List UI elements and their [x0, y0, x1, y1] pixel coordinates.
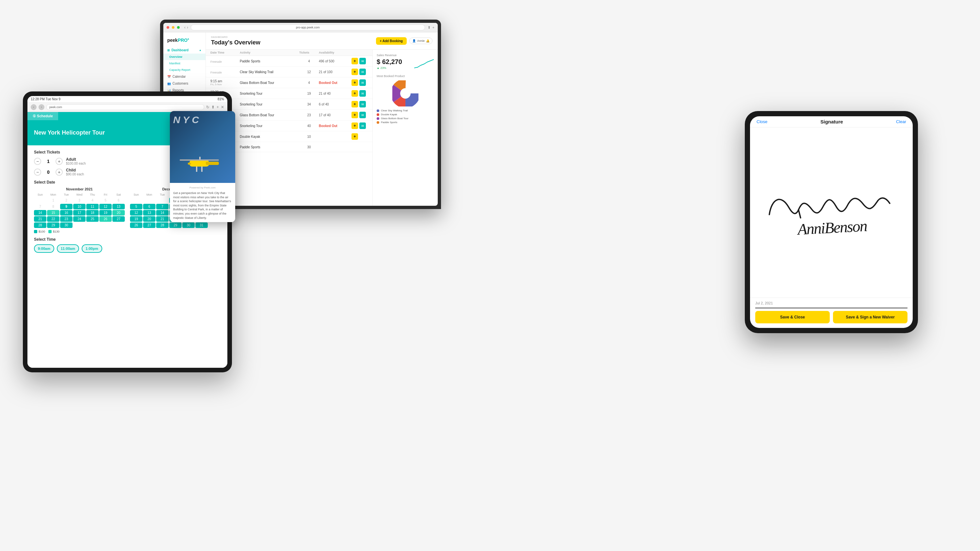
cal-day[interactable]: 26 — [130, 222, 142, 228]
table-row[interactable]: Freesale Clear Sky Walking Trail 12 21 o… — [206, 67, 372, 78]
close-dot[interactable] — [167, 26, 169, 29]
add-booking-button[interactable]: + Add Booking — [376, 37, 407, 45]
cal-day[interactable]: 17 — [73, 210, 86, 216]
message-button[interactable]: ✉ — [360, 112, 366, 118]
add-booking-row-button[interactable]: + — [352, 122, 358, 129]
signature-area[interactable]: AnniBenson — [750, 127, 913, 297]
cal-day[interactable]: 25 — [86, 216, 99, 222]
cal-day[interactable]: 10 — [73, 204, 86, 210]
adult-qty-decrease[interactable]: − — [34, 158, 41, 165]
message-button[interactable]: ✉ — [360, 79, 366, 86]
cal-day[interactable]: 20 — [143, 216, 156, 222]
add-booking-row-button[interactable]: + — [352, 101, 358, 108]
url-bar[interactable]: pro-app.peek.com — [191, 24, 425, 30]
cal-day[interactable]: 2 — [60, 198, 73, 203]
sidebar-item-overview[interactable]: Overview — [163, 54, 205, 60]
add-tab-icon[interactable]: + — [216, 105, 219, 110]
forward-button[interactable]: › — [38, 104, 45, 110]
cal-day[interactable]: 11 — [86, 204, 99, 210]
table-row[interactable]: Freesale Paddle Sports 4 496 of 500 + ✉ — [206, 56, 372, 67]
add-tab-icon[interactable]: + — [433, 25, 434, 29]
sidebar-item-customers[interactable]: 👥 Customers — [163, 80, 205, 87]
share-icon[interactable]: ⬆ — [212, 105, 215, 110]
cal-day[interactable]: 19 — [130, 216, 142, 222]
message-button[interactable]: ✉ — [360, 90, 366, 97]
message-button[interactable]: ✉ — [360, 68, 366, 75]
child-qty-decrease[interactable]: − — [34, 168, 41, 176]
cal-day[interactable]: 13 — [143, 210, 156, 216]
sidebar-item-manifest[interactable]: Manifest — [163, 60, 205, 67]
child-qty-increase[interactable]: + — [56, 168, 63, 176]
cal-day[interactable]: 1 — [47, 198, 59, 203]
cal-day[interactable]: 21 — [156, 216, 169, 222]
message-button[interactable]: ✉ — [360, 122, 366, 129]
share-icon[interactable]: ⬆ — [428, 25, 431, 30]
add-booking-row-button[interactable]: + — [352, 133, 358, 140]
cal-day[interactable]: 30 — [182, 222, 195, 228]
cal-day[interactable]: 6 — [112, 198, 125, 203]
sidebar-item-dashboard[interactable]: ⊞ Dashboard ▲ — [163, 47, 205, 54]
maximize-dot[interactable] — [177, 26, 180, 29]
forward-button[interactable]: › — [187, 25, 188, 30]
cal-day[interactable]: 20 — [112, 210, 125, 216]
cal-day[interactable]: 18 — [86, 210, 99, 216]
add-booking-row-button[interactable]: + — [352, 112, 358, 118]
cal-day[interactable]: 27 — [112, 216, 125, 222]
time-1pm[interactable]: 1:00pm — [82, 244, 102, 253]
url-bar[interactable]: peek.com — [46, 104, 204, 110]
message-button[interactable]: ✉ — [360, 58, 366, 64]
cal-day[interactable]: 5 — [130, 204, 142, 210]
col-tickets: Tickets — [299, 51, 319, 54]
cal-day-today[interactable]: 9 — [60, 204, 73, 210]
cal-day[interactable]: 6 — [143, 204, 156, 210]
cal-day[interactable]: 21 — [34, 216, 46, 222]
cal-day[interactable]: 12 — [99, 204, 112, 210]
cal-day[interactable]: 22 — [47, 216, 59, 222]
close-button[interactable]: Close — [757, 119, 767, 124]
cal-day[interactable]: 26 — [99, 216, 112, 222]
add-booking-row-button[interactable]: + — [352, 79, 358, 86]
cal-day[interactable]: 8 — [47, 204, 59, 210]
sidebar-item-calendar[interactable]: 📅 Calendar — [163, 73, 205, 80]
cal-day[interactable]: 24 — [73, 216, 86, 222]
add-booking-row-button[interactable]: + — [352, 90, 358, 97]
add-booking-row-button[interactable]: + — [352, 68, 358, 75]
time-9am[interactable]: 9:00am — [34, 244, 54, 253]
cal-day[interactable]: 5 — [99, 198, 112, 203]
time-11am[interactable]: 11:00am — [57, 244, 79, 253]
cal-day[interactable]: 28 — [156, 222, 169, 228]
close-icon[interactable]: ✕ — [221, 105, 224, 110]
table-row[interactable]: 9:15 am Fri, 5-Nov Glass Bottom Boat Tou… — [206, 78, 372, 88]
cal-day[interactable]: 16 — [60, 210, 73, 216]
cal-day[interactable]: 15 — [47, 210, 59, 216]
cal-day[interactable]: 14 — [34, 210, 46, 216]
cal-day[interactable]: 29 — [169, 222, 181, 228]
cal-day[interactable]: 12 — [130, 210, 142, 216]
save-close-button[interactable]: Save & Close — [755, 311, 830, 323]
cal-day[interactable]: 4 — [86, 198, 99, 203]
cal-day[interactable]: 29 — [47, 222, 59, 228]
sidebar-item-capacity-report[interactable]: Capacity Report — [163, 67, 205, 73]
cal-day[interactable]: 28 — [34, 222, 46, 228]
cal-day[interactable]: 19 — [99, 210, 112, 216]
cal-day[interactable]: 3 — [73, 198, 86, 203]
cal-day[interactable]: 13 — [112, 204, 125, 210]
back-button[interactable]: ‹ — [31, 104, 37, 110]
clear-button[interactable]: Clear — [896, 119, 906, 124]
refresh-icon[interactable]: ↻ — [206, 105, 209, 110]
cal-day[interactable]: 23 — [60, 216, 73, 222]
message-button[interactable]: ✉ — [360, 101, 366, 108]
user-menu[interactable]: 👤 Annie 🔔 — [409, 38, 433, 44]
cal-day[interactable]: 14 — [156, 210, 169, 216]
minimize-dot[interactable] — [172, 26, 175, 29]
cal-day[interactable]: 27 — [143, 222, 156, 228]
save-sign-waiver-button[interactable]: Save & Sign a New Waiver — [833, 311, 907, 323]
back-button[interactable]: ‹ — [184, 25, 186, 30]
cal-day[interactable]: 7 — [156, 204, 169, 210]
cal-day[interactable]: 30 — [60, 222, 73, 228]
adult-qty-increase[interactable]: + — [56, 158, 63, 165]
cal-day[interactable]: 7 — [34, 204, 46, 210]
cal-day[interactable]: 31 — [195, 222, 208, 228]
schedule-tab[interactable]: ① Schedule — [27, 112, 58, 120]
add-booking-row-button[interactable]: + — [352, 58, 358, 64]
